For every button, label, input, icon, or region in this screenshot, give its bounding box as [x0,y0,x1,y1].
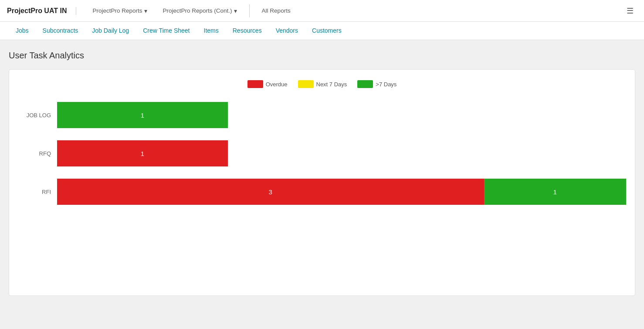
dropdown-arrow-icon-2: ▾ [234,7,237,14]
bar-row-job-log: JOB LOG 1 [22,102,626,128]
legend-gt7days-swatch [357,80,373,88]
sub-nav: Jobs Subcontracts Job Daily Log Crew Tim… [0,22,644,40]
subnav-subcontracts-label: Subcontracts [43,27,78,34]
bar-track-rfi: 3 1 [57,179,626,205]
legend-next7days: Next 7 Days [298,80,347,88]
bar-label-rfq: RFQ [22,150,57,157]
nav-projectpro-reports-cont-label: ProjectPro Reports (Cont.) [163,7,232,14]
bar-segment-rfq-overdue: 1 [57,140,228,166]
legend-gt7days-label: >7 Days [376,81,397,88]
legend-gt7days: >7 Days [357,80,397,88]
bar-label-rfi: RFI [22,189,57,195]
nav-all-reports[interactable]: All Reports [254,7,298,14]
bar-label-job-log: JOB LOG [22,112,57,119]
bar-chart: JOB LOG 1 RFQ 1 RFI [18,102,626,205]
subnav-vendors-label: Vendors [276,27,298,34]
bar-value-rfq-overdue: 1 [141,150,144,157]
legend-overdue-swatch [247,80,263,88]
bar-row-rfq: RFQ 1 [22,140,626,166]
nav-all-reports-label: All Reports [262,7,291,14]
legend-overdue: Overdue [247,80,288,88]
bar-segment-rfi-overdue: 3 [57,179,484,205]
main-content: User Task Analytics Overdue Next 7 Days … [0,40,644,329]
bar-track-rfq: 1 [57,140,626,166]
subnav-resources-label: Resources [233,27,262,34]
legend-next7days-swatch [298,80,314,88]
subnav-crew-time-sheet[interactable]: Crew Time Sheet [136,22,197,40]
subnav-customers[interactable]: Customers [305,22,349,40]
subnav-items[interactable]: Items [197,22,226,40]
top-nav: ProjectPro UAT IN ProjectPro Reports ▾ P… [0,0,644,22]
legend-next7days-label: Next 7 Days [316,81,347,88]
chart-legend: Overdue Next 7 Days >7 Days [18,80,626,88]
legend-overdue-label: Overdue [266,81,288,88]
bar-segment-rfi-gt7days: 1 [484,179,627,205]
bar-value-job-log-gt7days: 1 [141,112,144,119]
bar-value-rfi-overdue: 3 [269,188,272,196]
top-nav-links: ProjectPro Reports ▾ ProjectPro Reports … [85,0,624,22]
subnav-items-label: Items [204,27,219,34]
subnav-jobs-label: Jobs [16,27,29,34]
subnav-job-daily-log-label: Job Daily Log [92,27,129,34]
nav-projectpro-reports-cont[interactable]: ProjectPro Reports (Cont.) ▾ [155,0,245,22]
page-title: User Task Analytics [9,51,635,61]
nav-projectpro-reports[interactable]: ProjectPro Reports ▾ [85,0,155,22]
subnav-resources[interactable]: Resources [226,22,269,40]
bar-segment-job-log-gt7days: 1 [57,102,228,128]
hamburger-icon[interactable]: ☰ [623,6,637,16]
subnav-customers-label: Customers [312,27,342,34]
bar-value-rfi-gt7days: 1 [553,188,557,196]
subnav-job-daily-log[interactable]: Job Daily Log [85,22,136,40]
nav-projectpro-reports-label: ProjectPro Reports [93,7,142,14]
nav-separator [249,4,250,17]
subnav-vendors[interactable]: Vendors [269,22,305,40]
bar-row-rfi: RFI 3 1 [22,179,626,205]
bar-track-job-log: 1 [57,102,626,128]
dropdown-arrow-icon: ▾ [144,7,147,14]
subnav-subcontracts[interactable]: Subcontracts [36,22,85,40]
subnav-crew-time-sheet-label: Crew Time Sheet [143,27,190,34]
brand-name: ProjectPro UAT IN [7,7,76,15]
chart-container: Overdue Next 7 Days >7 Days JOB LOG 1 [9,69,635,296]
subnav-jobs[interactable]: Jobs [9,22,36,40]
